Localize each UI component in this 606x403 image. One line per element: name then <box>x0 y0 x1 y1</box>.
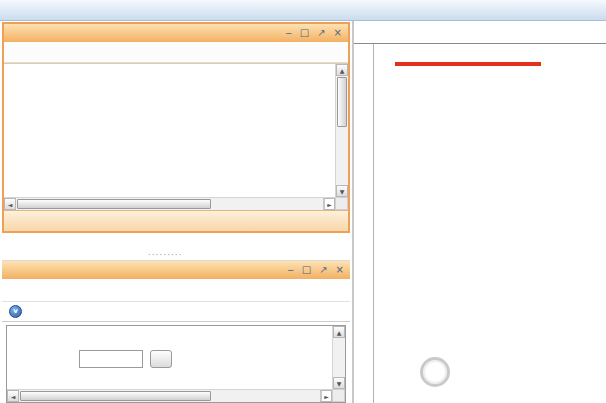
editor-area <box>352 21 606 403</box>
property-row-type <box>7 348 345 370</box>
instantiation-highlight-box <box>395 62 541 66</box>
property-row-location <box>7 326 345 348</box>
minimize-icon[interactable]: ‒ <box>285 25 292 41</box>
scrollbar-thumb[interactable] <box>20 391 211 401</box>
scroll-right-icon[interactable]: ► <box>323 198 335 210</box>
float-icon[interactable]: ↗ <box>317 25 326 41</box>
window-titlebar <box>0 0 606 21</box>
sources-tree-container: ▲ ▼ ◄ ► <box>4 63 348 210</box>
properties-toolbar <box>2 279 350 302</box>
close-icon[interactable]: × <box>334 25 343 41</box>
file-path-bar <box>374 44 606 61</box>
splitter-handle[interactable]: ········· <box>148 250 183 260</box>
watermark <box>420 357 457 387</box>
maximize-icon[interactable]: □ <box>300 25 310 41</box>
scroll-left-icon[interactable]: ◄ <box>4 198 16 210</box>
type-value-field[interactable] <box>79 350 143 368</box>
properties-panel-header: ‒ □ ↗ × <box>2 261 350 279</box>
type-more-button[interactable] <box>150 350 172 368</box>
code-editor[interactable] <box>374 61 606 403</box>
properties-horizontal-scrollbar[interactable]: ◄ ► <box>7 389 332 402</box>
sources-panel: ‒ □ ↗ × ▲ ▼ ◄ <box>2 22 350 233</box>
scrollbar-thumb[interactable] <box>17 199 211 209</box>
left-panel-tabs: ········· <box>0 233 352 257</box>
sources-tree <box>4 64 335 197</box>
main-area: ‒ □ ↗ × ▲ ▼ ◄ <box>0 21 606 403</box>
tree-vertical-scrollbar[interactable]: ▲ ▼ <box>335 64 348 197</box>
float-icon[interactable]: ↗ <box>319 262 328 278</box>
scroll-up-icon[interactable]: ▲ <box>333 326 345 338</box>
tree-horizontal-scrollbar[interactable]: ◄ ► <box>4 197 335 210</box>
properties-box: ▲ ▼ ◄ ► <box>6 325 346 403</box>
editor-toolbar <box>354 44 374 403</box>
minimize-icon[interactable]: ‒ <box>287 262 294 278</box>
simulation-scope-properties-panel: ‒ □ ↗ × <box>2 260 350 403</box>
sources-toolbar <box>4 42 348 63</box>
watermark-logo-icon <box>420 357 450 387</box>
sources-view-tabs <box>4 210 348 231</box>
vivado-block-design-window: ‒ □ ↗ × ▲ ▼ ◄ <box>0 0 606 403</box>
editor-tab-bar <box>354 21 606 44</box>
close-icon[interactable]: × <box>336 262 345 278</box>
scrollbar-thumb[interactable] <box>337 77 347 127</box>
scrollbar-corner <box>335 197 348 210</box>
editor-content <box>374 44 606 403</box>
sources-window-controls: ‒ □ ↗ × <box>285 25 343 41</box>
scroll-right-icon[interactable]: ► <box>320 390 332 402</box>
scroll-down-icon[interactable]: ▼ <box>336 185 348 197</box>
editor-body <box>354 44 606 403</box>
left-column: ‒ □ ↗ × ▲ ▼ ◄ <box>0 21 352 403</box>
verilog-file-icon <box>9 305 22 318</box>
selected-file-row <box>2 302 350 322</box>
properties-vertical-scrollbar[interactable]: ▲ ▼ <box>332 326 345 389</box>
sources-panel-header: ‒ □ ↗ × <box>4 24 348 42</box>
scrollbar-corner <box>332 389 345 402</box>
scroll-down-icon[interactable]: ▼ <box>333 377 345 389</box>
scroll-left-icon[interactable]: ◄ <box>7 390 19 402</box>
properties-window-controls: ‒ □ ↗ × <box>287 262 345 278</box>
maximize-icon[interactable]: □ <box>302 262 312 278</box>
scroll-up-icon[interactable]: ▲ <box>336 64 348 76</box>
